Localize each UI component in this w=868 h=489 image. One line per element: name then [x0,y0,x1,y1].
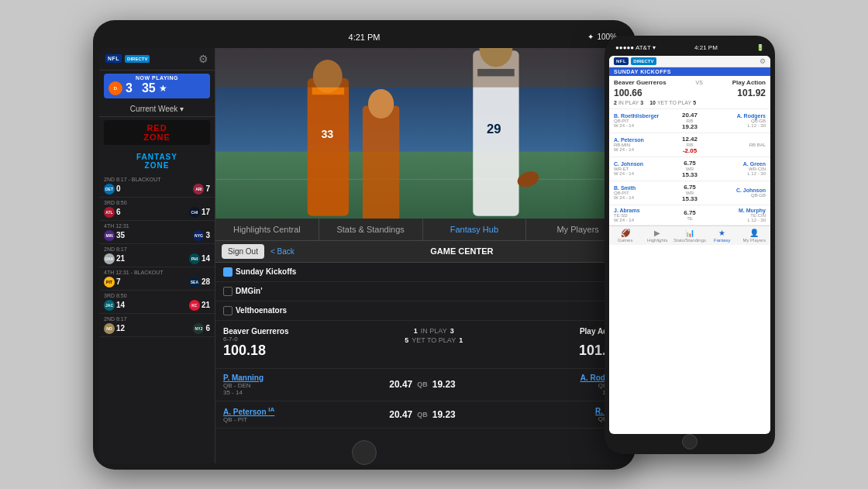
iphone-nav-games[interactable]: 🏈 Games [609,229,642,243]
my-players-icon: 👤 [749,229,759,237]
tab-fantasy[interactable]: Fantasy Hub [423,219,527,240]
player1-name[interactable]: P. Manning [223,374,383,382]
game-row-5[interactable]: 4TH 12:31 - BLACKOUT PIT 7 SEA 28 [99,267,215,291]
ari-logo: ARI [193,184,204,195]
player2-name[interactable]: A. Peterson IA [223,406,383,416]
sign-out-button[interactable]: Sign Out [222,244,264,259]
settings-icon[interactable]: ⚙ [198,53,208,65]
iphone-settings-icon[interactable]: ⚙ [760,57,766,65]
iphone-bottom-bar [609,434,770,449]
iphone-player5-left: J. Abrams TE·SD W 24 - 14 [614,208,680,222]
player1-pts-opp: 19.23 [432,379,456,390]
game-teams-7: NO 12 NYJ 6 [104,323,210,334]
game-row-header-6: 3RD 8:50 [104,293,210,298]
highlights-icon: ▶ [654,229,660,237]
game-row-6[interactable]: 3RD 8:50 JAC 14 KC 21 [99,291,215,314]
player1-score-mid: 20.47 QB 19.23 [383,379,462,390]
game-row-3[interactable]: 4TH 12:31 MIN 35 NYG 3 [99,221,215,244]
iphone-battery: 🔋 [756,44,764,51]
game-row-1[interactable]: 2ND 8:17 - BLACKOUT DET 0 ARI 7 [99,174,215,198]
player2-pts-opp: 19.23 [432,409,456,420]
iphone-nfl-logo: NFL [614,57,629,65]
iphone-nav-my-players[interactable]: 👤 My Players [739,229,770,243]
game-row-header-1: 2ND 8:17 - BLACKOUT [104,177,210,182]
iphone-player2-right: RB·BAL [701,143,766,147]
iphone-status-bar: NFL DIRECTV ⚙ [609,56,770,67]
iphone-player5-right: M. Murphy TE·CIN L 12 - 30 [699,208,766,222]
player1-pts: 20.47 [389,379,412,390]
logo-container: NFL DIRECTV [105,54,150,63]
sidebar: NFL DIRECTV ⚙ NOW PLAYING D 3 35 ★ Curre… [99,48,215,463]
iphone-nav-stats[interactable]: 📊 Stats/Standings [673,229,706,243]
red-zone-channel[interactable]: RED ZONE [104,120,210,145]
iphone-yet-to-play-stat: 10 YET TO PLAY 5 [649,100,696,105]
matchup-checkbox-3[interactable] [223,306,232,315]
player1-pos: QB - DEN [223,382,383,389]
player1-opp-name[interactable]: A. Rodgers [462,374,622,382]
player2-col: A. Peterson IA QB - PIT [223,406,383,423]
video-area[interactable]: 33 29 [215,48,629,219]
iphone-player-row-4[interactable]: B. Smith QB·PIT W 24 - 14 6.75 WR 15.33 … [609,181,770,205]
matchup-checkbox-1[interactable] [223,267,232,277]
fantasy-label: Fantasy [714,238,730,243]
iphone-directv-logo: DIRECTV [631,57,656,65]
iphone-player-row-5[interactable]: J. Abrams TE·SD W 24 - 14 6.75 TE M. Mur… [609,205,770,226]
fantasy-zone-channel[interactable]: FANTASY ZONE [104,150,210,173]
svg-point-12 [368,89,394,119]
player1-opp-record: 12 - 30 [462,389,622,396]
tab-highlights[interactable]: Highlights Central [215,219,319,240]
ipad-time: 4:21 PM [349,33,381,42]
atl-logo: ATL [104,207,115,218]
now-playing-bar[interactable]: NOW PLAYING D 3 35 ★ [104,74,210,98]
matchup-row-2[interactable]: DMGin' [215,282,629,301]
tab-stats[interactable]: Stats & Standings [319,219,423,240]
iphone-matchup-card[interactable]: Beaver Guerreros VS Play Action 100.66 1… [609,76,770,109]
nfl-logo: NFL [105,54,122,63]
game-row-header-2: 3RD 8:50 [104,200,210,205]
game-row-2[interactable]: 3RD 8:50 ATL 6 CHI 17 [99,198,215,221]
iphone-nav-highlights[interactable]: ▶ Highlights [642,229,674,243]
iphone-screen: NFL DIRECTV ⚙ SUNDAY KICKOFFS Beaver Gue… [609,56,770,434]
iphone-vs-label: VS [695,80,702,85]
iphone-in-play-stat: 2 IN PLAY 3 [614,100,643,105]
player2-opp-name[interactable]: R. Rice [462,407,622,415]
svg-rect-3 [308,77,349,215]
games-icon: 🏈 [621,229,630,237]
min-logo: MIN [104,230,115,241]
player1-record: 35 - 14 [223,389,383,396]
current-week-selector[interactable]: Current Week ▾ [99,102,215,117]
iphone-player1-left: B. Roethlisberger QB·PIT W 24 - 14 [614,113,679,128]
matchup-name-1: Sunday Kickoffs [236,267,622,276]
matchup-row-1[interactable]: Sunday Kickoffs [215,263,629,282]
game-row-4[interactable]: 2ND 8:17 OAK 21 PHI 14 [99,244,215,267]
nyj-logo: NYJ [193,323,204,334]
my-players-label: My Players [742,238,766,243]
iphone-nav-fantasy[interactable]: ★ Fantasy [706,229,739,243]
iphone-player-row-3[interactable]: C. Johnson WR·ET W 24 - 14 6.75 WR 15.33… [609,157,770,181]
iphone-player1-scores: 20.47 RB 19.23 [679,112,701,130]
iphone-team-row-top: Beaver Guerreros VS Play Action [614,79,766,86]
game-row-7[interactable]: 2ND 8:17 NO 12 NYJ 6 [99,314,215,337]
ipad-top-bar: 4:21 PM ✦ 100% [99,26,629,48]
iphone-player4-left: B. Smith QB·PIT W 24 - 14 [614,185,679,200]
ipad-home-button[interactable] [352,440,377,465]
back-button[interactable]: < Back [270,247,294,256]
yet-to-play-label: YET TO PLAY [412,336,456,344]
iphone-team1-score: 100.66 [614,88,642,98]
iphone-player-row-1[interactable]: B. Roethlisberger QB·PIT W 24 - 14 20.47… [609,109,770,133]
iphone-player2-left: A. Peterson RB·MIN W 24 - 14 [614,137,679,152]
iphone-player2-scores: 12.42 RB -2.05 [679,136,701,154]
matchup-name-2: DMGin' [236,287,622,295]
bluetooth-icon: ✦ [587,33,594,41]
matchup-row-3[interactable]: Velthoenators [215,301,629,321]
sea-logo: SEA [189,277,200,288]
favorite-star-icon[interactable]: ★ [159,83,167,94]
matchup-checkbox-2[interactable] [223,287,232,296]
yet-to-play-num2: 1 [459,336,463,344]
iphone-player4-right: C. Johnson QB·GB [701,188,766,198]
nav-tabs: Highlights Central Stats & Standings Fan… [215,219,629,241]
nyg-logo: NYG [193,230,204,241]
iphone-player-row-2[interactable]: A. Peterson RB·MIN W 24 - 14 12.42 RB -2… [609,133,770,157]
no-logo: NO [104,323,115,334]
iphone-home-button[interactable] [682,434,698,449]
